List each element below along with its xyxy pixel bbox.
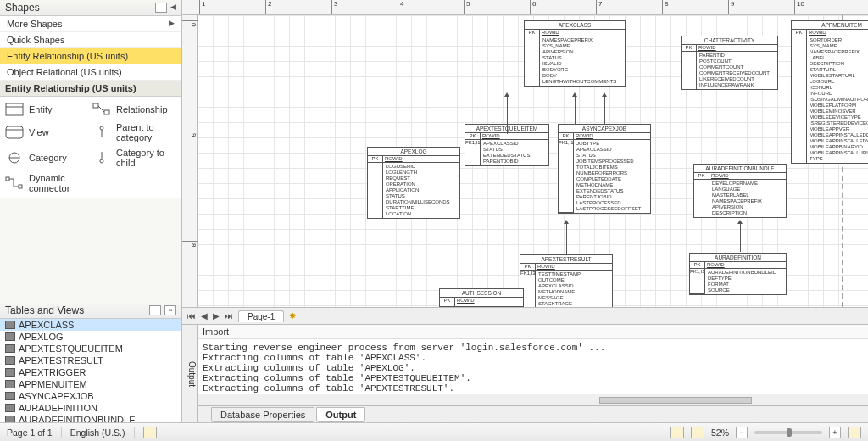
relationship-icon [92,102,111,117]
scrollbar-thumb[interactable] [599,397,752,404]
table-icon [5,368,15,377]
stencil-relationship[interactable]: Relationship [92,102,176,117]
svg-rect-5 [6,126,23,138]
entity-apextestresult[interactable]: APEXTESTRESULTPKROWIDFK1,I3TESTTIMESTAMP… [520,254,613,307]
parent-to-category-icon [92,125,111,140]
canvas-area: 12345678910 098 APEXCLASSPKROWIDNAMESPAC… [182,0,868,422]
menu-object-relational[interactable]: Object Relational (US units) [0,64,181,81]
fit-window-icon[interactable] [848,427,861,438]
table-item[interactable]: AURADEFINITION [0,402,181,414]
menu-entity-relationship[interactable]: Entity Relationship (US units) [0,48,181,64]
zoom-in-button[interactable]: + [829,427,841,438]
stencil-parent-to-category[interactable]: Parent to category [92,122,176,142]
macro-record-icon[interactable] [143,427,157,438]
zoom-out-button[interactable]: − [736,427,748,438]
table-icon [5,344,15,353]
tab-database-properties[interactable]: Database Properties [211,407,314,422]
menu-quick-shapes[interactable]: Quick Shapes [0,32,181,48]
entity-auradefinition[interactable]: AURADEFINITIONPKROWIDFK1,I1AURADEFINITIO… [689,253,787,295]
table-item[interactable]: AURADEFINITIONBUNDLE [0,414,181,423]
svg-rect-0 [6,103,23,115]
status-language: English (U.S.) [70,427,125,438]
output-horizontal-scrollbar[interactable] [198,394,868,405]
table-item[interactable]: APPMENUITEM [0,378,181,390]
table-icon [5,380,15,388]
output-bottom-tabs: Database Properties Output [198,405,868,422]
entity-authsession[interactable]: AUTHSESSIONPKROWID [439,288,524,307]
entity-auradefinitionbundle[interactable]: AURADEFINITIONBUNDLEPKROWIDDEVELOPERNAME… [693,164,787,218]
entity-chatteractivity[interactable]: CHATTERACTIVITYPKROWIDPARENTIDPOSTCOUNTC… [681,36,778,90]
tables-views-list[interactable]: APEXCLASSAPEXLOGAPEXTESTQUEUEITEMAPEXTES… [0,319,181,423]
shapes-collapse-icon[interactable] [155,3,167,13]
output-text[interactable]: Starting reverse engineer process from s… [198,339,868,394]
view-icon [5,125,24,140]
table-item[interactable]: ASYNCAPEXJOB [0,390,181,402]
shapes-header-label: Shapes [5,2,40,14]
status-zoom: 52% [711,427,729,438]
entity-appmenuitem[interactable]: APPMENUITEMPKROWIDSORTORDERSYS_NAMENAMES… [791,20,868,164]
tables-collapse-icon[interactable] [149,305,161,315]
tables-close-icon[interactable]: × [164,305,176,315]
stencil-grid: Entity Relationship View Parent to categ… [0,97,181,198]
view-mode-icon-1[interactable] [670,427,684,438]
shapes-header: Shapes ◀ [0,0,181,16]
tab-output[interactable]: Output [316,407,365,422]
nav-first-icon[interactable]: ⏮ [187,311,196,321]
status-bar: Page 1 of 1 English (U.S.) 52% − + [0,422,868,441]
nav-last-icon[interactable]: ⏭ [225,311,233,321]
page-tab-bar: ⏮ ◀ ▶ ⏭ Page-1 ✸ [182,307,868,324]
table-icon [5,321,15,329]
svg-point-12 [100,159,103,163]
table-item[interactable]: APEXTESTRESULT [0,354,181,366]
dynamic-connector-icon [5,176,24,191]
entity-asyncapexjob[interactable]: ASYNCAPEXJOBPKROWIDFK1,I1JOBTYPEAPEXCLAS… [558,124,651,214]
table-item[interactable]: APEXTESTQUEUEITEM [0,343,181,354]
entity-apexclass[interactable]: APEXCLASSPKROWIDNAMESPACEPREFIXSYS_NAMEA… [524,20,626,87]
table-icon [5,392,15,400]
entity-apexlog[interactable]: APEXLOGPKROWIDLOGUSERIDLOGLENGTHREQUESTO… [367,147,460,219]
output-panel: Output Import Starting reverse engineer … [182,324,868,422]
svg-rect-2 [93,103,98,108]
table-item[interactable]: APEXTRIGGER [0,366,181,378]
stencil-category-to-child[interactable]: Category to child [92,148,176,168]
diagram-canvas[interactable]: APEXCLASSPKROWIDNAMESPACEPREFIXSYS_NAMEA… [198,15,868,307]
stencil-entity[interactable]: Entity [5,102,89,117]
add-page-icon[interactable]: ✸ [289,311,296,321]
zoom-slider[interactable] [754,431,822,434]
table-icon [5,416,15,423]
svg-line-4 [98,106,104,112]
stencil-category[interactable]: Category [5,148,89,168]
shapes-chevron-icon[interactable]: ◀ [170,3,176,13]
entity-icon [5,102,24,117]
chevron-right-icon: ▶ [169,19,175,29]
view-mode-icon-2[interactable] [691,427,704,438]
shape-category-menu: More Shapes▶ Quick Shapes Entity Relatio… [0,16,181,81]
ruler-vertical: 098 [182,15,198,307]
status-page: Page 1 of 1 [7,427,53,438]
tables-views-header: Tables and Views × [0,303,181,319]
category-icon [5,150,24,165]
output-side-tab[interactable]: Output [182,325,198,422]
table-icon [5,332,15,341]
svg-point-8 [100,126,103,130]
svg-rect-3 [104,110,109,114]
output-title: Import [198,325,868,339]
table-item[interactable]: APEXLOG [0,331,181,343]
left-pane: Shapes ◀ More Shapes▶ Quick Shapes Entit… [0,0,182,422]
table-icon [5,404,15,412]
nav-next-icon[interactable]: ▶ [213,311,220,321]
page-tab[interactable]: Page-1 [238,310,284,322]
category-to-child-icon [92,150,111,165]
svg-rect-14 [19,185,22,188]
tables-views-label: Tables and Views [5,304,84,316]
zoom-slider-thumb[interactable] [787,428,792,437]
stencil-title: Entity Relationship (US units) [0,81,181,97]
nav-prev-icon[interactable]: ◀ [201,311,208,321]
table-item[interactable]: APEXCLASS [0,319,181,331]
stencil-view[interactable]: View [5,122,89,142]
stencil-dynamic-connector[interactable]: Dynamic connector [5,173,89,193]
svg-rect-13 [6,177,9,181]
table-icon [5,356,15,365]
menu-more-shapes[interactable]: More Shapes▶ [0,16,181,32]
ruler-horizontal: 12345678910 [182,0,868,15]
